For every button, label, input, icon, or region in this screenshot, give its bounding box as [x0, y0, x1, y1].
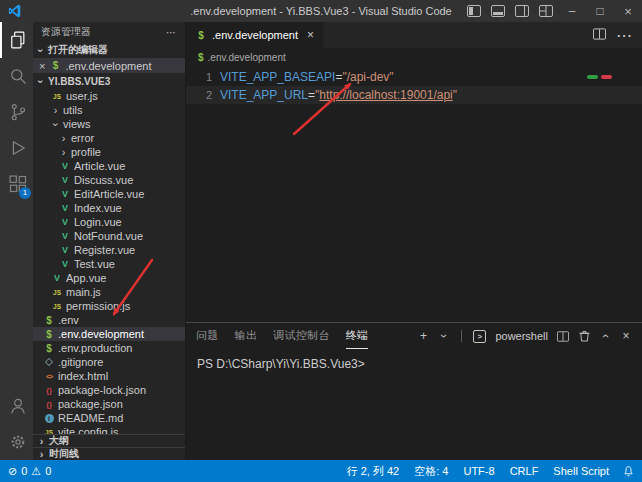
tree-item-Register.vue[interactable]: Register.vue	[33, 243, 185, 257]
shell-file-icon	[43, 343, 55, 354]
tree-item-main.js[interactable]: main.js	[33, 285, 185, 299]
chevron-right-icon: ›	[51, 105, 60, 116]
tree-item-App.vue[interactable]: App.vue	[33, 271, 185, 285]
shell-file-icon	[43, 315, 55, 326]
open-editor-item[interactable]: × .env.development	[33, 58, 185, 73]
shell-file-icon: $	[198, 52, 204, 63]
editor-tab[interactable]: .env.development ×	[186, 22, 324, 48]
panel-tab-problems[interactable]: 问题	[196, 323, 219, 349]
files-icon	[8, 30, 28, 50]
tree-item-EditArticle.vue[interactable]: EditArticle.vue	[33, 187, 185, 201]
close-panel-icon[interactable]: ×	[620, 330, 632, 342]
tree-item-.env.development[interactable]: .env.development	[33, 327, 185, 341]
tree-item-Article.vue[interactable]: Article.vue	[33, 159, 185, 173]
chevron-right-icon: ›	[37, 436, 46, 447]
tree-item-index.html[interactable]: index.html	[33, 369, 185, 383]
tree-item-package-lock.json[interactable]: package-lock.json	[33, 383, 185, 397]
tree-item-permission.js[interactable]: permission.js	[33, 299, 185, 313]
chevron-right-icon: ›	[59, 147, 68, 158]
tree-item-package.json[interactable]: package.json	[33, 397, 185, 411]
split-editor-icon[interactable]	[593, 26, 606, 44]
panel-tab-debug-console[interactable]: 调试控制台	[273, 323, 330, 349]
editor-tab-bar: .env.development × ⋯	[186, 22, 642, 48]
status-eol[interactable]: CRLF	[510, 465, 539, 477]
tree-item-user.js[interactable]: user.js	[33, 89, 185, 103]
activity-account[interactable]	[0, 388, 33, 424]
file-tree: user.js›utils›views›error›profileArticle…	[33, 89, 185, 434]
split-terminal-icon[interactable]	[557, 331, 569, 342]
file-label: Discuss.vue	[74, 174, 133, 186]
file-label: .env	[58, 314, 79, 326]
file-label: permission.js	[66, 300, 130, 312]
open-editors-header[interactable]: › 打开的编辑器	[33, 42, 185, 58]
tree-item-Test.vue[interactable]: Test.vue	[33, 257, 185, 271]
more-actions-icon[interactable]: ⋯	[166, 27, 177, 38]
activity-source-control[interactable]	[0, 94, 33, 130]
error-icon: ⊘	[8, 465, 17, 478]
terminal-output[interactable]: PS D:\CSharp\Yi\Yi.BBS.Vue3>	[186, 349, 642, 460]
status-indentation[interactable]: 空格: 4	[414, 464, 448, 479]
breadcrumb[interactable]: $ .env.development	[186, 48, 642, 66]
url-link[interactable]: http://localhost:19001/api	[319, 88, 452, 102]
file-label: Login.vue	[74, 216, 122, 228]
panel-tab-output[interactable]: 输出	[235, 323, 258, 349]
new-terminal-icon[interactable]: +	[417, 330, 429, 342]
vue-file-icon	[59, 175, 71, 185]
problems-status[interactable]: ⊘ 0 ⚠ 0	[8, 465, 51, 478]
tree-item-Login.vue[interactable]: Login.vue	[33, 215, 185, 229]
chevron-down-icon: ›	[35, 46, 46, 55]
maximize-button[interactable]: □	[586, 0, 614, 22]
status-cursor-position[interactable]: 行 2, 列 42	[347, 464, 400, 479]
close-button[interactable]: ×	[614, 0, 642, 22]
powershell-icon: >	[473, 330, 486, 343]
toggle-sidebar-icon[interactable]	[462, 0, 486, 22]
status-language-mode[interactable]: Shell Script	[553, 465, 609, 477]
tree-item-Index.vue[interactable]: Index.vue	[33, 201, 185, 215]
code-editor[interactable]: 1 VITE_APP_BASEAPI="/api-dev" 2 VITE_APP…	[186, 66, 642, 322]
kill-terminal-icon[interactable]	[578, 330, 590, 342]
maximize-panel-icon[interactable]: ›	[599, 330, 611, 342]
toggle-secondary-sidebar-icon[interactable]	[510, 0, 534, 22]
minimize-button[interactable]: –	[558, 0, 586, 22]
activity-extensions[interactable]: 1	[0, 166, 33, 202]
notifications-bell-icon[interactable]	[623, 465, 634, 477]
tree-item-.env[interactable]: .env	[33, 313, 185, 327]
close-icon[interactable]: ×	[39, 60, 45, 72]
status-encoding[interactable]: UTF-8	[463, 465, 494, 477]
tree-item-.gitignore[interactable]: .gitignore	[33, 355, 185, 369]
activity-search[interactable]	[0, 58, 33, 94]
info-file-icon	[45, 414, 54, 423]
outline-section[interactable]: › 大纲	[33, 434, 185, 447]
tree-item-error[interactable]: ›error	[33, 131, 185, 145]
gear-icon	[8, 432, 28, 452]
tree-item-views[interactable]: ›views	[33, 117, 185, 131]
file-label: package-lock.json	[58, 384, 146, 396]
chevron-down-icon[interactable]: ›	[438, 330, 450, 342]
project-section-header[interactable]: › YI.BBS.VUE3	[33, 73, 185, 89]
tree-item-profile[interactable]: ›profile	[33, 145, 185, 159]
tree-item-.env.production[interactable]: .env.production	[33, 341, 185, 355]
tree-item-README.md[interactable]: README.md	[33, 411, 185, 425]
terminal-shell-name[interactable]: powershell	[495, 330, 548, 342]
open-editor-label: .env.development	[65, 60, 151, 72]
more-actions-icon[interactable]: ⋯	[616, 26, 632, 45]
customize-layout-icon[interactable]	[534, 0, 558, 22]
panel-tab-terminal[interactable]: 终端	[346, 323, 369, 349]
vue-file-icon	[59, 189, 71, 199]
vscode-logo-icon	[8, 4, 22, 18]
tree-item-vite.config.js[interactable]: vite.config.js	[33, 425, 185, 434]
tree-item-NotFound.vue[interactable]: NotFound.vue	[33, 229, 185, 243]
error-count: 0	[21, 465, 27, 477]
close-icon[interactable]: ×	[307, 28, 314, 42]
account-icon	[8, 396, 28, 416]
file-label: .env.development	[58, 328, 144, 340]
activity-run-debug[interactable]	[0, 130, 33, 166]
file-label: profile	[71, 146, 101, 158]
tree-item-utils[interactable]: ›utils	[33, 103, 185, 117]
activity-settings[interactable]	[0, 424, 33, 460]
activity-explorer[interactable]	[0, 22, 33, 58]
toggle-panel-icon[interactable]	[486, 0, 510, 22]
tree-item-Discuss.vue[interactable]: Discuss.vue	[33, 173, 185, 187]
vue-file-icon	[59, 231, 71, 241]
timeline-section[interactable]: › 时间线	[33, 447, 185, 460]
